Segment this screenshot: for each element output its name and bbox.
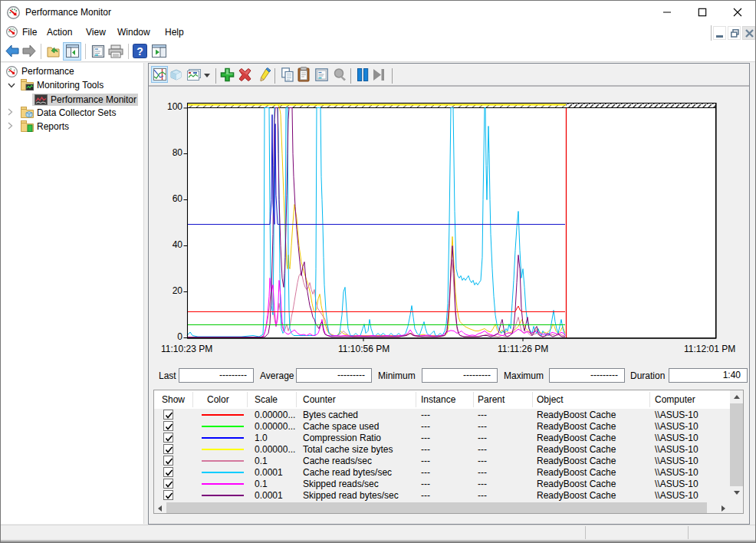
svg-text:?: ? — [136, 45, 143, 58]
